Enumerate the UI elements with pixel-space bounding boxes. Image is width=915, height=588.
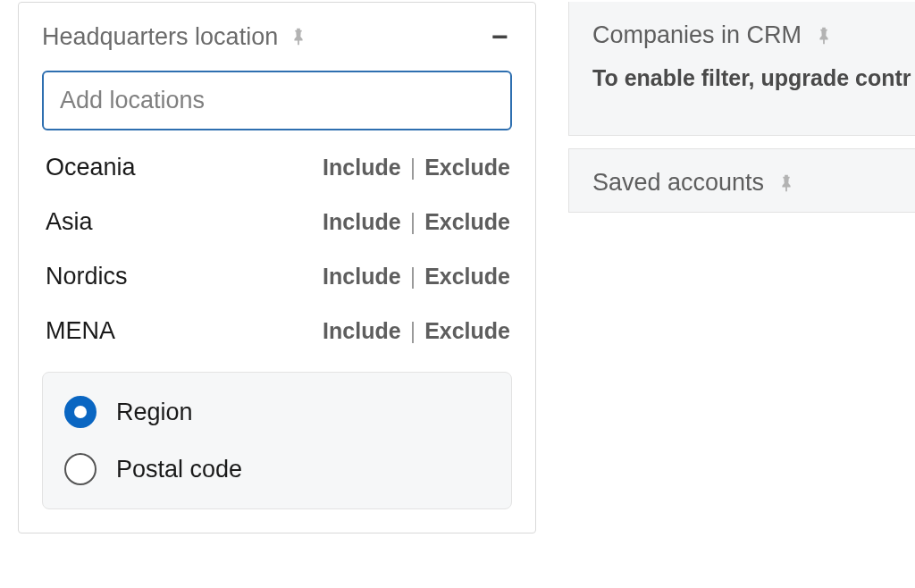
filter-header-left: Headquarters location (42, 23, 308, 51)
separator: | (410, 264, 416, 290)
pin-icon[interactable] (814, 26, 834, 46)
include-exclude-controls: Include | Exclude (323, 209, 510, 235)
exclude-button[interactable]: Exclude (424, 155, 510, 181)
location-row: Asia Include | Exclude (46, 208, 510, 236)
radio-postal-code[interactable]: Postal code (64, 453, 490, 485)
exclude-button[interactable]: Exclude (424, 209, 510, 235)
radio-label: Region (116, 399, 193, 426)
side-filter-title: Saved accounts (592, 169, 764, 197)
exclude-button[interactable]: Exclude (424, 318, 510, 344)
location-row: MENA Include | Exclude (46, 317, 510, 345)
location-name[interactable]: Asia (46, 208, 93, 236)
location-suggestions: Oceania Include | Exclude Asia Include |… (42, 154, 512, 345)
radio-indicator-selected (64, 396, 97, 428)
side-filter-title: Companies in CRM (592, 21, 802, 49)
pin-icon[interactable] (289, 27, 308, 46)
separator: | (410, 209, 416, 235)
location-name[interactable]: Nordics (46, 263, 128, 290)
side-filter-header: Saved accounts (592, 169, 892, 197)
headquarters-location-filter: Headquarters location − Oceania Include … (18, 2, 536, 533)
companies-in-crm-filter[interactable]: Companies in CRM To enable filter, upgra… (568, 2, 915, 136)
minus-icon[interactable]: − (488, 22, 512, 51)
include-exclude-controls: Include | Exclude (323, 264, 510, 290)
exclude-button[interactable]: Exclude (424, 264, 510, 290)
location-row: Oceania Include | Exclude (46, 154, 510, 181)
include-exclude-controls: Include | Exclude (323, 155, 510, 181)
separator: | (410, 318, 416, 344)
radio-region[interactable]: Region (64, 396, 490, 428)
include-button[interactable]: Include (323, 209, 401, 235)
include-button[interactable]: Include (323, 264, 401, 290)
filter-header: Headquarters location − (42, 22, 512, 51)
location-mode-radio-group: Region Postal code (42, 372, 512, 509)
separator: | (410, 155, 416, 181)
include-button[interactable]: Include (323, 155, 401, 181)
radio-inner-dot (74, 406, 87, 418)
side-filter-header: Companies in CRM (592, 21, 892, 49)
pin-icon[interactable] (776, 173, 796, 193)
filter-title: Headquarters location (42, 23, 278, 51)
upgrade-note: To enable filter, upgrade contr (592, 65, 892, 91)
locations-search-input[interactable] (42, 71, 512, 130)
location-name[interactable]: MENA (46, 317, 115, 345)
saved-accounts-filter[interactable]: Saved accounts (568, 148, 915, 213)
location-row: Nordics Include | Exclude (46, 263, 510, 290)
include-button[interactable]: Include (323, 318, 401, 344)
radio-indicator-unselected (64, 453, 97, 485)
include-exclude-controls: Include | Exclude (323, 318, 510, 344)
location-name[interactable]: Oceania (46, 154, 136, 181)
radio-label: Postal code (116, 456, 242, 483)
